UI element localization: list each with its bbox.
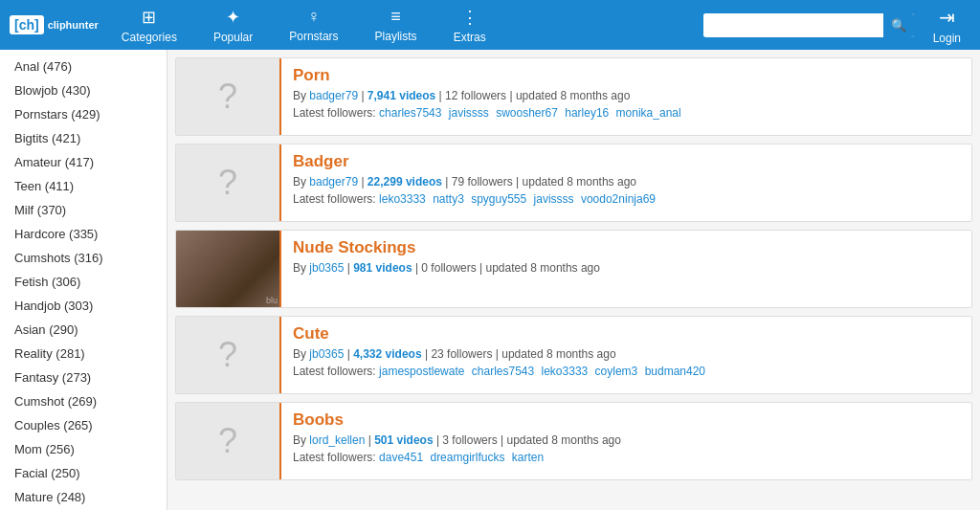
playlist-videos-porn[interactable]: 7,941 videos [368,89,435,102]
sidebar-item-mature[interactable]: Mature (248) [0,485,167,509]
logo[interactable]: [ch] cliphunter [10,15,99,34]
playlist-thumb-cute: ? [176,317,281,393]
sidebar-item-blowjob[interactable]: Blowjob (430) [0,78,167,102]
playlist-author-porn[interactable]: badger79 [309,89,358,102]
sidebar-item-hardcore[interactable]: Hardcore (335) [0,222,167,246]
sidebar-item-pornstars[interactable]: Pornstars (429) [0,102,167,126]
follower-link[interactable]: coylem3 [595,365,638,378]
login-label: Login [933,32,961,45]
sidebar-item-milf[interactable]: Milf (370) [0,198,167,222]
popular-icon: ✦ [226,7,240,28]
nav-categories-label: Categories [122,31,177,44]
playlist-title-nude-stockings[interactable]: Nude Stockings [293,238,960,257]
sidebar-item-amateur[interactable]: Amateur (417) [0,150,167,174]
thumb-placeholder-icon: ? [218,77,237,117]
follower-link[interactable]: dave451 [379,451,423,464]
playlist-author-cute[interactable]: jb0365 [309,347,344,361]
playlist-title-porn[interactable]: Porn [293,66,960,85]
playlist-author-nude-stockings[interactable]: jb0365 [309,261,344,275]
playlists-icon: ≡ [390,7,401,27]
playlist-videos-nude-stockings[interactable]: 981 videos [353,261,412,275]
follower-link[interactable]: budman420 [645,365,705,378]
playlist-videos-badger[interactable]: 22,299 videos [368,175,442,188]
follower-link[interactable]: dreamgirlfucks [430,451,504,464]
search-input[interactable] [703,13,883,36]
playlist-updated-nude-stockings: updated 8 months ago [486,261,600,275]
playlist-updated-badger: updated 8 months ago [523,175,636,188]
follower-link[interactable]: javissss [449,106,489,120]
login-button[interactable]: ⇥ Login [924,6,970,45]
playlist-thumb-nude-stockings: blu [176,231,281,307]
playlist-meta-nude-stockings: By jb0365 | 981 videos | 0 followers | u… [293,261,960,275]
follower-link[interactable]: swoosher67 [496,106,558,120]
follower-link[interactable]: jamespostlewate [379,365,464,378]
playlist-updated-porn: updated 8 months ago [516,89,630,102]
playlist-followers-cute: 23 followers [431,347,492,361]
followers-label-badger: Latest followers: [293,192,376,206]
playlist-updated-cute: updated 8 months ago [501,347,615,361]
playlist-author-badger[interactable]: badger79 [309,175,358,188]
follower-link[interactable]: natty3 [433,192,464,206]
playlist-videos-cute[interactable]: 4,332 videos [353,347,421,361]
followers-label-cute: Latest followers: [293,365,376,378]
playlist-card-nude-stockings: blu Nude Stockings By jb0365 | 981 video… [175,230,972,308]
sidebar-item-mom[interactable]: Mom (256) [0,437,167,461]
sidebar-item-asian[interactable]: Asian (290) [0,318,167,342]
thumb-placeholder-icon: ? [218,421,237,461]
follower-link[interactable]: leko3333 [379,192,426,206]
follower-link[interactable]: karten [512,451,544,464]
watermark: blu [264,294,279,307]
follower-link[interactable]: voodo2ninja69 [581,192,656,206]
thumb-image-nude-stockings: blu [176,231,279,307]
follower-link[interactable]: charles7543 [472,365,534,378]
playlist-info-nude-stockings: Nude Stockings By jb0365 | 981 videos | … [281,231,971,307]
follower-link[interactable]: charles7543 [379,106,441,120]
follower-link[interactable]: harley16 [565,106,609,120]
extras-icon: ⋮ [461,7,479,28]
follower-link[interactable]: spyguy555 [471,192,526,206]
sidebar-item-cumshot[interactable]: Cumshot (269) [0,389,167,413]
sidebar-item-couples[interactable]: Couples (265) [0,413,167,437]
follower-link[interactable]: leko3333 [542,365,589,378]
playlist-card-boobs: ? Boobs By lord_kellen | 501 videos | 3 … [175,402,972,480]
playlist-card-badger: ? Badger By badger79 | 22,299 videos | 7… [175,144,972,222]
sidebar-item-facial[interactable]: Facial (250) [0,461,167,485]
playlist-info-porn: Porn By badger79 | 7,941 videos | 12 fol… [281,58,971,135]
sidebar-item-fetish[interactable]: Fetish (306) [0,270,167,294]
playlist-meta-porn: By badger79 | 7,941 videos | 12 follower… [293,89,960,102]
playlist-card-porn: ? Porn By badger79 | 7,941 videos | 12 f… [175,57,972,136]
nav-categories[interactable]: ⊞ Categories [108,7,190,44]
playlist-thumb-boobs: ? [176,403,281,479]
search-button[interactable]: 🔍 [883,13,914,37]
sidebar-item-reality[interactable]: Reality (281) [0,342,167,366]
follower-link[interactable]: monika_anal [616,106,681,120]
sidebar-item-cumshots[interactable]: Cumshots (316) [0,246,167,270]
sidebar-item-fantasy[interactable]: Fantasy (273) [0,366,167,389]
login-icon: ⇥ [939,6,955,29]
followers-label-boobs: Latest followers: [293,451,376,464]
sidebar-item-handjob[interactable]: Handjob (303) [0,294,167,318]
sidebar-item-anal[interactable]: Anal (476) [0,55,167,78]
sidebar-item-bigtits[interactable]: Bigtits (421) [0,126,167,150]
playlist-meta-boobs: By lord_kellen | 501 videos | 3 follower… [293,433,960,447]
nav-extras-label: Extras [454,31,486,44]
playlist-title-badger[interactable]: Badger [293,152,960,171]
nav-pornstars[interactable]: ♀ Pornstars [276,7,351,43]
nav-playlists[interactable]: ≡ Playlists [362,7,431,43]
playlist-card-cute: ? Cute By jb0365 | 4,332 videos | 23 fol… [175,316,972,394]
nav-popular-label: Popular [213,31,253,44]
sidebar-item-teen[interactable]: Teen (411) [0,174,167,198]
playlist-title-cute[interactable]: Cute [293,324,960,344]
follower-link[interactable]: javissss [534,192,574,206]
nav-extras[interactable]: ⋮ Extras [440,7,500,44]
playlist-info-badger: Badger By badger79 | 22,299 videos | 79 … [281,144,971,221]
playlist-title-boobs[interactable]: Boobs [293,410,960,430]
search-bar: 🔍 [703,13,914,37]
playlist-author-boobs[interactable]: lord_kellen [309,433,365,447]
main-layout: Anal (476) Blowjob (430) Pornstars (429)… [0,50,980,510]
playlist-followers-porn: 12 followers [445,89,506,102]
nav-popular[interactable]: ✦ Popular [200,7,266,44]
playlist-info-cute: Cute By jb0365 | 4,332 videos | 23 follo… [281,317,971,393]
playlist-thumb-porn: ? [176,58,281,135]
playlist-videos-boobs[interactable]: 501 videos [374,433,433,447]
